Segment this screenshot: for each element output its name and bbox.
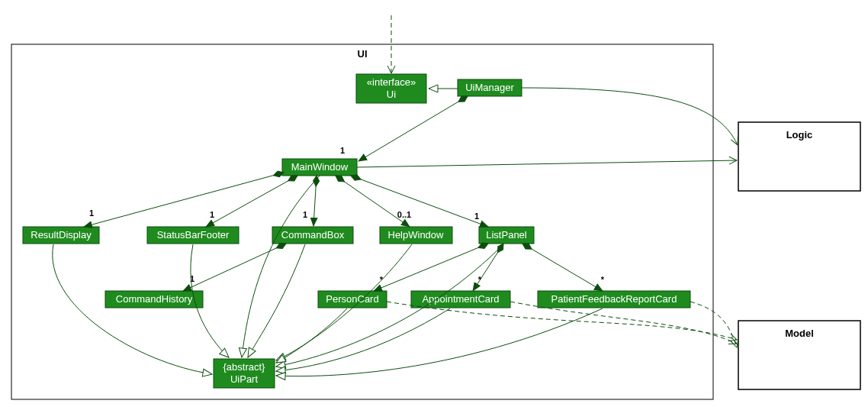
- edge-mainwindow-logic: [357, 160, 737, 167]
- mult-ac: *: [478, 275, 482, 284]
- class-statusbarfooter: StatusBarFooter: [147, 227, 239, 244]
- edge-mw-uipart: [242, 176, 320, 357]
- edge-mw-listpanel: [351, 176, 488, 227]
- mult-fc: *: [601, 275, 605, 284]
- class-mainwindow: MainWindow: [282, 159, 357, 176]
- edge-cb-uipart: [248, 244, 305, 357]
- uml-diagram: UI Logic Model «interface» Ui UiManager …: [0, 0, 868, 407]
- class-appointmentcard: AppointmentCard: [411, 291, 510, 308]
- mult-hw: 0..1: [397, 210, 411, 219]
- edge-mw-commandbox: [313, 176, 317, 226]
- edge-uimanager-logic: [522, 88, 738, 145]
- edge-pc-uipart: [276, 308, 347, 363]
- svg-text:HelpWindow: HelpWindow: [388, 229, 445, 241]
- edge-mw-statusbar: [206, 176, 297, 227]
- edge-mw-helpwindow: [336, 176, 410, 227]
- svg-text:MainWindow: MainWindow: [291, 161, 349, 173]
- mult-cb: 1: [303, 210, 307, 219]
- class-commandbox: CommandBox: [272, 227, 353, 244]
- svg-text:ResultDisplay: ResultDisplay: [31, 229, 92, 241]
- class-resultdisplay: ResultDisplay: [23, 227, 99, 244]
- svg-text:CommandHistory: CommandHistory: [116, 293, 193, 305]
- svg-text:{abstract}: {abstract}: [223, 361, 266, 373]
- mult-sb: 1: [210, 210, 214, 219]
- mult-mainwindow: 1: [340, 146, 345, 155]
- class-listpanel: ListPanel: [479, 227, 534, 244]
- svg-text:PatientFeedbackReportCard: PatientFeedbackReportCard: [551, 293, 677, 305]
- svg-text:Ui: Ui: [387, 89, 396, 100]
- svg-text:ListPanel: ListPanel: [486, 229, 527, 241]
- mult-rd: 1: [89, 208, 94, 218]
- class-uipart: {abstract} UiPart: [214, 359, 275, 388]
- mult-lp: 1: [474, 212, 479, 221]
- class-helpwindow: HelpWindow: [380, 227, 452, 244]
- mult-pc: *: [380, 275, 384, 284]
- class-uimanager: UiManager: [458, 79, 522, 96]
- svg-text:CommandBox: CommandBox: [281, 229, 345, 241]
- svg-text:UiManager: UiManager: [465, 82, 514, 93]
- class-commandhistory: CommandHistory: [105, 291, 203, 308]
- class-personcard: PersonCard: [318, 291, 387, 308]
- package-label-ui: UI: [358, 48, 368, 60]
- edge-rd-uipart: [53, 244, 212, 374]
- svg-text:UiPart: UiPart: [230, 373, 259, 385]
- edge-uimanager-mainwindow: [358, 96, 468, 161]
- svg-text:StatusBarFooter: StatusBarFooter: [157, 229, 230, 241]
- component-model-label: Model: [785, 328, 814, 339]
- class-feedbackcard: PatientFeedbackReportCard: [538, 291, 690, 308]
- svg-text:PersonCard: PersonCard: [326, 293, 378, 305]
- edge-lp-feedbackcard: [522, 244, 603, 291]
- edge-cb-commandhistory: [183, 244, 286, 291]
- edge-ac-uipart: [276, 308, 450, 371]
- svg-text:AppointmentCard: AppointmentCard: [422, 293, 499, 305]
- edge-lp-personcard: [374, 244, 488, 291]
- svg-text:«interface»: «interface»: [367, 76, 416, 88]
- class-ui-interface: «interface» Ui: [356, 74, 426, 103]
- edge-fc-uipart: [276, 308, 603, 376]
- component-logic-label: Logic: [786, 129, 813, 141]
